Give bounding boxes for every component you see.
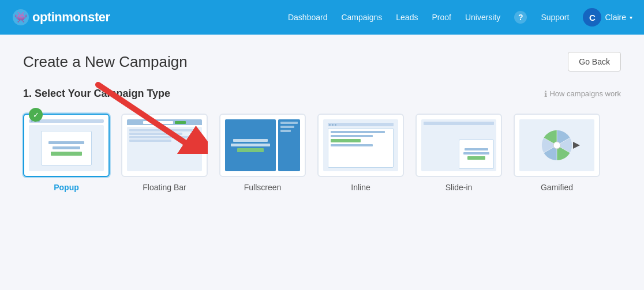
logo[interactable]: 👾 optinmonster — [12, 8, 110, 27]
page-header: Create a New Campaign Go Back — [23, 52, 621, 71]
fullscreen-label: Fullscreen — [244, 183, 282, 192]
nav-campaigns[interactable]: Campaigns — [341, 13, 382, 22]
header: 👾 optinmonster Dashboard Campaigns Leads… — [0, 0, 644, 35]
nav-leads[interactable]: Leads — [396, 13, 418, 22]
help-icon[interactable]: ? — [514, 11, 527, 24]
user-menu[interactable]: C Claire ▾ — [583, 8, 632, 27]
nav-support[interactable]: Support — [541, 13, 569, 22]
how-campaigns-link[interactable]: ℹ How campaigns work — [544, 89, 621, 99]
campaign-types-container: ✓ Po — [23, 114, 621, 192]
main-content: Create a New Campaign Go Back 1. Select … — [0, 35, 644, 209]
campaign-type-floating-bar[interactable]: Floating Bar — [121, 114, 208, 192]
slide-in-card-image — [415, 114, 502, 177]
user-avatar: C — [583, 8, 601, 27]
nav-dashboard[interactable]: Dashboard — [288, 13, 328, 22]
go-back-button[interactable]: Go Back — [568, 52, 621, 71]
logo-icon: 👾 — [12, 8, 30, 27]
logo-text: optinmonster — [32, 10, 110, 25]
inline-label: Inline — [351, 183, 370, 192]
selected-check-icon: ✓ — [29, 108, 43, 122]
campaign-type-inline[interactable]: Inline — [317, 114, 404, 192]
user-name: Claire — [605, 13, 626, 22]
floating-bar-label: Floating Bar — [143, 183, 186, 192]
popup-card-image — [23, 114, 110, 177]
chevron-down-icon: ▾ — [630, 14, 632, 21]
popup-label: Popup — [54, 183, 79, 192]
gamified-card-image — [514, 114, 600, 177]
nav-university[interactable]: University — [465, 13, 500, 22]
campaign-type-slide-in[interactable]: Slide-in — [415, 114, 502, 192]
floating-bar-card-image — [121, 114, 208, 177]
svg-text:👾: 👾 — [14, 11, 28, 24]
section-title: 1. Select Your Campaign Type — [23, 88, 170, 100]
fullscreen-card-image — [219, 114, 306, 177]
campaign-type-gamified[interactable]: Gamified — [514, 114, 600, 192]
campaign-types-list: ✓ Po — [23, 114, 621, 192]
wheel-icon — [540, 128, 574, 163]
info-icon: ℹ — [544, 89, 547, 99]
section-header: 1. Select Your Campaign Type ℹ How campa… — [23, 88, 621, 100]
inline-card-image — [317, 114, 404, 177]
slide-in-label: Slide-in — [445, 183, 473, 192]
campaign-type-fullscreen[interactable]: Fullscreen — [219, 114, 306, 192]
main-nav: Dashboard Campaigns Leads Proof Universi… — [288, 8, 632, 27]
campaign-type-popup[interactable]: ✓ Po — [23, 114, 110, 192]
nav-proof[interactable]: Proof — [432, 13, 451, 22]
page-title: Create a New Campaign — [23, 53, 188, 71]
gamified-label: Gamified — [541, 183, 573, 192]
